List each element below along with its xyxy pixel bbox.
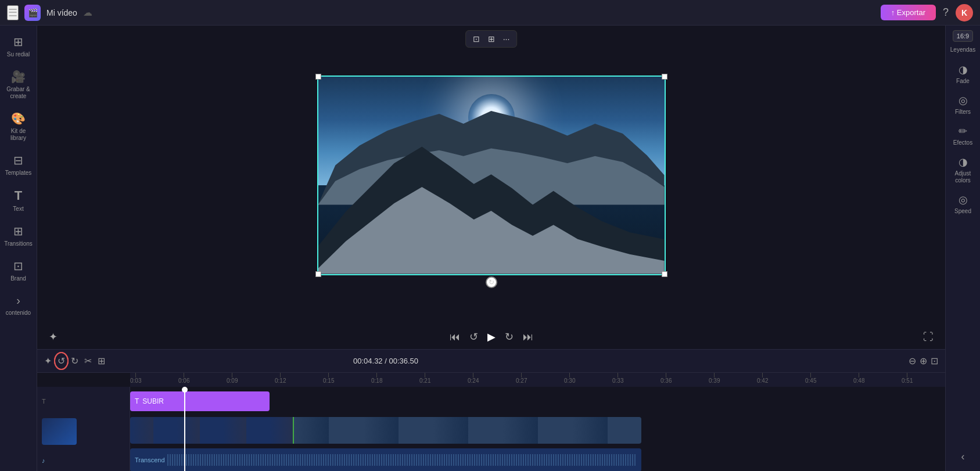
main-area: ⊞ Su redial 🎥 Grabar &create 🎨 Kit delib… [0, 26, 980, 471]
audio-waveform [167, 454, 637, 466]
topbar-right: ↑ Exportar ? K [881, 4, 973, 21]
crop-button[interactable]: ⊡ [471, 33, 482, 45]
ruler-mark: 0:45 [805, 373, 816, 384]
right-panel-collapse[interactable]: ‹ [947, 447, 979, 466]
add-media-button[interactable]: ⊞ [98, 355, 105, 366]
video-clip[interactable] [130, 417, 641, 444]
export-button[interactable]: ↑ Exportar [881, 5, 936, 20]
right-panel-speed[interactable]: ◎ Speed [947, 190, 979, 218]
audio-clip[interactable]: Transcend [130, 448, 641, 471]
video-track-label [37, 416, 130, 447]
right-panel-label: Adjust colors [949, 170, 977, 184]
audio-track-label: ♪ [37, 447, 130, 471]
ruler-mark: 0:24 [468, 373, 479, 384]
avatar: K [956, 4, 973, 21]
layout-button[interactable]: ⊞ [486, 33, 497, 45]
sidebar-item-label: Kit delibrary [10, 128, 26, 142]
sidebar-item-kit[interactable]: 🎨 Kit delibrary [1, 107, 36, 146]
zoom-in-button[interactable]: ⊕ [920, 355, 927, 366]
audio-clip-label: Transcend [135, 456, 165, 463]
ai-button[interactable]: ✦ [49, 330, 58, 343]
ruler-mark: 0:09 [227, 373, 238, 384]
text-icon: T [15, 188, 22, 203]
fullscreen-button[interactable]: ⛶ [923, 331, 934, 343]
text-clip[interactable]: T SUBIR [130, 391, 270, 411]
ruler-mark: 0:36 [660, 373, 672, 384]
text-track-content: T SUBIR [130, 387, 945, 416]
sidebar-item-transitions[interactable]: ⊞ Transitions [1, 220, 36, 252]
filters-icon: ◎ [959, 94, 968, 107]
templates-icon: ⊟ [13, 153, 23, 167]
zoom-fit-button[interactable]: ⊡ [931, 355, 938, 366]
sidebar-item-label: Transitions [4, 240, 33, 247]
preview-toolbar: ⊡ ⊞ ··· [465, 30, 518, 48]
right-panel-filters[interactable]: ◎ Filters [947, 91, 979, 119]
rotate-handle[interactable]: ↻ [486, 276, 497, 288]
text-track-label: T [37, 387, 130, 416]
sidebar-item-label: Templates [5, 170, 32, 177]
project-name: Mi vídeo [46, 8, 77, 17]
audio-track-row: ♪ Transcend [37, 447, 945, 471]
forward-button[interactable]: ↻ [505, 330, 514, 343]
ruler-marks: 0:03 0:06 0:09 0:12 0:15 0:18 0:21 0:24 … [130, 373, 945, 387]
sidebar-item-label: contenido [6, 310, 31, 317]
app-logo: 🎬 [24, 5, 41, 21]
ruler-mark: 0:18 [371, 373, 382, 384]
su-redial-icon: ⊞ [13, 35, 23, 49]
cut-button[interactable]: ✂ [84, 355, 92, 366]
text-clip-label: SUBIR [142, 397, 164, 405]
zoom-out-button[interactable]: ⊖ [909, 355, 916, 366]
sidebar-item-contenido[interactable]: › contenido [1, 289, 36, 321]
ruler-mark: 0:51 [902, 373, 913, 384]
ruler-mark: 0:03 [130, 373, 141, 384]
video-preview-bg [318, 77, 665, 274]
transitions-icon: ⊞ [13, 224, 23, 238]
right-panel-efectos[interactable]: ✏ Efectos [947, 121, 979, 150]
aspect-ratio-badge[interactable]: 16:9 [953, 30, 973, 42]
timeline-tracks: T T SUBIR [37, 387, 945, 471]
right-panel-adjust-colors[interactable]: ◑ Adjust colors [947, 152, 979, 188]
preview-area: ⊡ ⊞ ··· [37, 26, 945, 325]
redo-button[interactable]: ↻ [71, 355, 78, 366]
sidebar-item-templates[interactable]: ⊟ Templates [1, 149, 36, 181]
playback-controls: ✦ ⏮ ↺ ▶ ↻ ⏭ ⛶ [37, 325, 945, 349]
magic-button[interactable]: ✦ [44, 355, 52, 366]
undo-button[interactable]: ↺ [58, 355, 65, 366]
right-panel-label: Efectos [953, 139, 972, 146]
right-panel-label: Filters [955, 109, 971, 116]
ruler-mark: 0:30 [564, 373, 575, 384]
left-sidebar: ⊞ Su redial 🎥 Grabar &create 🎨 Kit delib… [0, 26, 37, 471]
topbar: ☰ 🎬 Mi vídeo ☁ ↑ Exportar ? K [0, 0, 980, 26]
resize-handle-br[interactable] [662, 271, 667, 277]
resize-handle-bl[interactable] [315, 271, 321, 277]
contenido-icon: › [16, 294, 20, 307]
right-panel-label: Speed [954, 208, 971, 215]
resize-handle-tl[interactable] [315, 74, 321, 80]
rewind-button[interactable]: ↺ [469, 330, 478, 343]
timeline-toolbar: ✦ ↺ ↻ ✂ ⊞ 00:04.32 / 00:36.50 ⊖ ⊕ ⊡ [37, 350, 945, 373]
skip-next-button[interactable]: ⏭ [523, 331, 533, 343]
playhead-top [182, 387, 188, 393]
ruler-mark: 0:15 [323, 373, 334, 384]
efectos-icon: ✏ [959, 125, 967, 138]
resize-handle-tr[interactable] [662, 74, 667, 80]
playhead[interactable] [184, 387, 185, 471]
sidebar-item-text[interactable]: T Text [1, 184, 36, 217]
ruler-mark: 0:48 [853, 373, 864, 384]
adjust-colors-icon: ◑ [959, 156, 968, 168]
help-button[interactable]: ? [943, 6, 949, 19]
kit-icon: 🎨 [11, 112, 26, 125]
sidebar-item-label: Brand [10, 275, 26, 282]
fade-icon: ◑ [959, 63, 968, 76]
ruler-mark: 0:39 [709, 373, 720, 384]
mountain-scene [318, 77, 665, 274]
more-button[interactable]: ··· [501, 33, 512, 45]
sidebar-item-su-redial[interactable]: ⊞ Su redial [1, 30, 36, 63]
right-sidebar: 16:9 Leyendas ◑ Fade ◎ Filters ✏ Efectos… [945, 26, 980, 471]
play-button[interactable]: ▶ [487, 330, 496, 343]
sidebar-item-brand[interactable]: ⊡ Brand [1, 254, 36, 287]
sidebar-item-grabar[interactable]: 🎥 Grabar &create [1, 65, 36, 105]
menu-button[interactable]: ☰ [7, 5, 19, 20]
skip-back-button[interactable]: ⏮ [450, 331, 460, 343]
right-panel-fade[interactable]: ◑ Fade [947, 60, 979, 88]
